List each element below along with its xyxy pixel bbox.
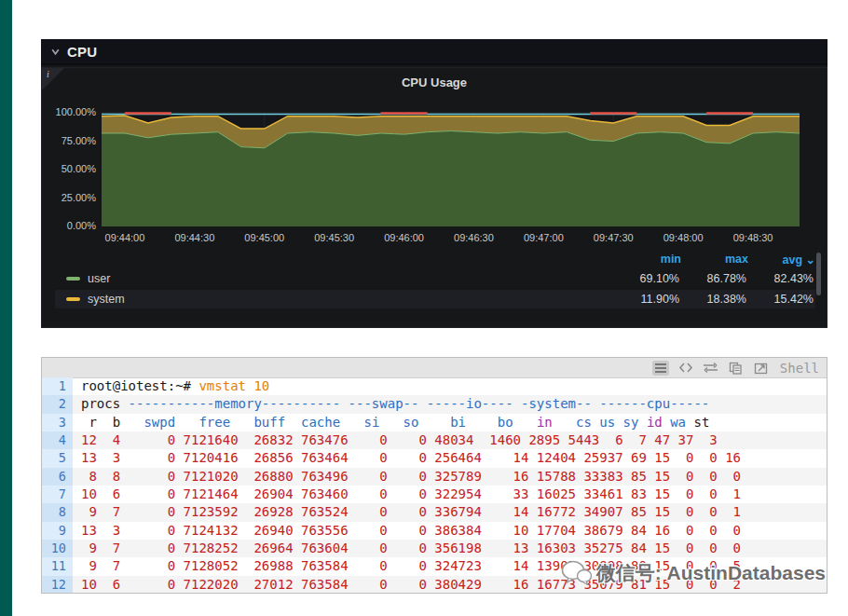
code-line-6: 6 8 8 0 7121020 26880 763496 0 0 325789 …	[42, 468, 827, 486]
line-number: 8	[42, 503, 73, 521]
panel-title[interactable]: CPU Usage	[42, 75, 827, 89]
line-number: 1	[42, 377, 73, 395]
legend-col-max[interactable]: max	[681, 253, 748, 266]
grafana-dashboard: CPU i CPU Usage 09:44:0009:44:3009:45:00…	[41, 39, 827, 328]
line-content: 9 7 0 7123592 26928 763524 0 0 336794 14…	[73, 503, 827, 521]
code-line-8: 8 9 7 0 7123592 26928 763524 0 0 336794 …	[42, 503, 827, 521]
wrap-lines-icon[interactable]	[703, 361, 719, 376]
y-tick-label: 75.00%	[44, 135, 96, 146]
row-title: CPU	[67, 44, 97, 60]
x-tick-label: 09:44:00	[92, 232, 157, 243]
code-toolbar: Shell	[42, 358, 827, 378]
line-content: procs -----------memory---------- ---swa…	[73, 395, 827, 413]
legend-row-user[interactable]: user69.10%86.78%82.43%	[55, 269, 815, 288]
code-line-10: 10 9 7 0 7128252 26964 763604 0 0 356198…	[42, 540, 827, 557]
cpu-usage-chart[interactable]: 09:44:0009:44:3009:45:0009:45:3009:46:00…	[102, 111, 800, 226]
x-tick-label: 09:48:00	[650, 232, 716, 243]
code-line-4: 412 4 0 7121640 26832 763476 0 0 48034 1…	[42, 431, 827, 449]
chevron-down-icon	[50, 47, 61, 57]
line-content: r b swpd free buff cache si so bi bo in …	[73, 414, 827, 431]
line-content: 13 3 0 7120416 26856 763464 0 0 256464 1…	[73, 449, 827, 467]
y-tick-label: 100.00%	[44, 106, 96, 117]
dashboard-row-cpu[interactable]: CPU	[41, 39, 827, 65]
line-number: 11	[42, 557, 73, 575]
shell-code-block: Shell 1root@iotest:~# vmstat 102procs --…	[41, 357, 827, 594]
line-content: root@iotest:~# vmstat 10	[73, 377, 827, 395]
code-line-9: 913 3 0 7124132 26940 763556 0 0 386384 …	[42, 522, 827, 540]
x-tick-label: 09:45:00	[232, 232, 297, 243]
y-tick-label: 0.00%	[44, 220, 96, 231]
x-tick-label: 09:48:30	[720, 232, 786, 243]
x-tick-label: 09:47:30	[581, 232, 646, 243]
series-label[interactable]: system	[88, 293, 612, 306]
line-number: 12	[42, 576, 73, 593]
series-swatch	[66, 277, 80, 281]
line-content: 12 4 0 7121640 26832 763476 0 0 48034 14…	[73, 431, 827, 449]
line-content: 10 6 0 7122020 27012 763584 0 0 380429 1…	[73, 576, 827, 593]
code-line-5: 513 3 0 7120416 26856 763464 0 0 256464 …	[42, 449, 827, 467]
x-tick-label: 09:44:30	[162, 232, 227, 243]
language-label: Shell	[780, 361, 819, 376]
x-tick-label: 09:46:00	[372, 232, 437, 243]
code-line-3: 3 r b swpd free buff cache si so bi bo i…	[42, 414, 827, 431]
code-icon[interactable]	[677, 361, 694, 376]
line-number: 9	[42, 522, 73, 540]
menu-icon[interactable]	[652, 361, 669, 376]
stat-min: 69.10%	[612, 272, 679, 285]
series-label[interactable]: user	[88, 272, 612, 285]
series-swatch	[66, 297, 80, 301]
code-line-1: 1root@iotest:~# vmstat 10	[42, 377, 827, 395]
stat-avg: 15.42%	[746, 293, 814, 306]
line-content: 10 6 0 7121464 26904 763460 0 0 322954 3…	[73, 486, 827, 503]
legend-col-avg[interactable]: avg ⌄	[748, 253, 815, 267]
code-line-2: 2procs -----------memory---------- ---sw…	[42, 395, 827, 413]
stat-min: 11.90%	[612, 293, 679, 306]
stat-max: 86.78%	[679, 272, 746, 285]
legend-clipped-row: - ---- ---- ---	[55, 312, 815, 319]
line-content: 9 7 0 7128252 26964 763604 0 0 356198 13…	[73, 540, 827, 557]
code-line-12: 1210 6 0 7122020 27012 763584 0 0 380429…	[42, 576, 827, 593]
line-content: 9 7 0 7128052 26988 763584 0 0 324723 14…	[73, 557, 827, 575]
stat-avg: 82.43%	[746, 272, 814, 285]
line-content: 13 3 0 7124132 26940 763556 0 0 386384 1…	[73, 522, 827, 540]
code-line-11: 11 9 7 0 7128052 26988 763584 0 0 324723…	[42, 557, 827, 575]
chart-legend: minmaxavg ⌄ user69.10%86.78%82.43%system…	[55, 251, 815, 319]
line-number: 7	[42, 486, 73, 503]
copy-icon[interactable]	[728, 361, 745, 376]
x-tick-label: 09:45:30	[302, 232, 367, 243]
line-number: 3	[42, 414, 73, 431]
legend-col-min[interactable]: min	[614, 253, 681, 266]
line-number: 2	[42, 395, 73, 413]
legend-header: minmaxavg ⌄	[55, 251, 815, 267]
line-number: 6	[42, 468, 73, 486]
legend-row-system[interactable]: system11.90%18.38%15.42%	[55, 290, 815, 308]
line-number: 10	[42, 540, 73, 557]
line-number: 5	[42, 449, 73, 467]
code-line-7: 710 6 0 7121464 26904 763460 0 0 322954 …	[42, 486, 827, 503]
legend-scrollbar-thumb[interactable]	[816, 253, 821, 295]
y-tick-label: 25.00%	[44, 192, 96, 203]
x-tick-label: 09:47:00	[511, 232, 576, 243]
open-external-icon[interactable]	[753, 361, 770, 376]
line-content: 8 8 0 7121020 26880 763496 0 0 325789 16…	[73, 468, 827, 486]
left-accent-stripe	[0, 0, 12, 616]
chart-canvas	[102, 111, 800, 226]
page: CPU i CPU Usage 09:44:0009:44:3009:45:00…	[0, 0, 848, 616]
line-number: 4	[42, 431, 73, 449]
cpu-usage-panel: i CPU Usage 09:44:0009:44:3009:45:0009:4…	[41, 67, 827, 328]
y-tick-label: 50.00%	[44, 163, 96, 174]
stat-max: 18.38%	[679, 293, 746, 306]
x-tick-label: 09:46:30	[441, 232, 506, 243]
code-lines: 1root@iotest:~# vmstat 102procs --------…	[42, 377, 827, 593]
